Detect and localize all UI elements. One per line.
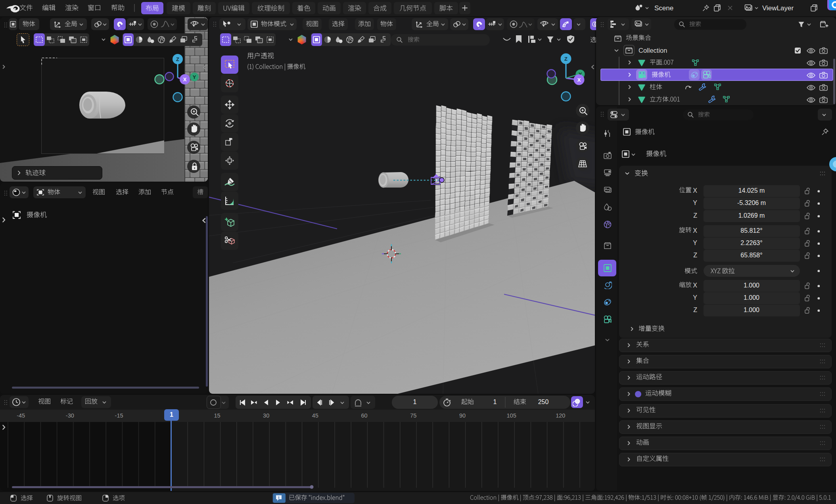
svg-text:X: X	[577, 77, 581, 83]
svg-text:Z: Z	[564, 56, 568, 62]
svg-text:X: X	[183, 77, 187, 82]
svg-text:Z: Z	[176, 56, 179, 62]
svg-text:i: i	[278, 495, 280, 500]
svg-text:Y: Y	[193, 74, 196, 80]
